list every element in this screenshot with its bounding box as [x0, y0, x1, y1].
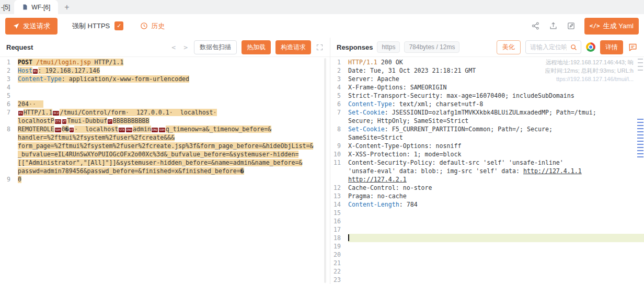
line-number: 10	[330, 150, 348, 158]
search-icon[interactable]	[570, 43, 578, 51]
toolbar-right-group: </> 生成 Yaml	[531, 18, 639, 35]
next-request-button[interactable]: >	[182, 43, 189, 51]
request-editor[interactable]: 1POST /tmui/login.jsp HTTP/1.12HostBS: 1…	[0, 57, 330, 284]
code-line[interactable]: http://127.4.2.1	[330, 175, 644, 184]
details-button[interactable]: 详情	[600, 40, 623, 54]
chrome-icon[interactable]	[586, 42, 595, 52]
response-search-input[interactable]	[529, 43, 568, 51]
code-icon: </>	[590, 22, 600, 29]
code-line[interactable]: 1HTTP/1.1 200 OK	[330, 58, 644, 66]
code-line[interactable]: 22	[330, 267, 644, 276]
code-line[interactable]: 'unsafe-eval' data: blob:; img-src 'self…	[330, 167, 644, 175]
clock-icon	[140, 22, 148, 30]
code-line[interactable]: 14Content-Length: 784	[330, 200, 644, 209]
line-number: 4	[0, 83, 18, 92]
code-line[interactable]: 2Date: Tue, 31 Oct 2023 21:18:21 GMT	[330, 66, 644, 75]
code-line[interactable]: 3Content-Type: application/x-www-form-ur…	[0, 75, 330, 83]
code-line[interactable]: 17	[330, 225, 644, 234]
code-line[interactable]: 12Cache-Control: no-store	[330, 184, 644, 192]
force-https-label: 强制 HTTPS	[72, 21, 110, 31]
minimap-blue-marks	[637, 119, 643, 157]
response-editor[interactable]: 远程地址:192.168.127.146:443; 响 应时间:12ms; 总耗…	[330, 57, 644, 284]
line-number: 15	[330, 209, 348, 217]
export-icon[interactable]	[549, 21, 558, 30]
generate-yaml-button[interactable]: </> 生成 Yaml	[584, 18, 639, 35]
code-line[interactable]: 3Server: Apache	[330, 75, 644, 83]
code-line[interactable]: 5Strict-Transport-Security: max-age=1607…	[330, 92, 644, 100]
prev-request-button[interactable]: <	[170, 43, 177, 51]
line-number: 17	[330, 225, 348, 234]
code-line[interactable]: 23	[330, 276, 644, 284]
line-number: 1	[330, 58, 348, 66]
code-line[interactable]: 2HostBS: 192.168.127.146	[0, 66, 330, 75]
main-split: Request < > 数据包扫描 热加载 构造请求 1POST /tmui/l…	[0, 38, 644, 284]
line-number: 21	[330, 259, 348, 267]
beautify-button[interactable]: 美化	[497, 40, 521, 54]
line-number: 6	[0, 100, 18, 108]
response-panel: Responses https 784bytes / 12ms 美化 详情	[330, 38, 644, 284]
code-line[interactable]: [["Administrator","[All]"]]&systemuser-h…	[0, 158, 330, 167]
send-icon	[13, 22, 20, 30]
code-line[interactable]: 8Set-Cookie: F5_CURRENT_PARTITION=Common…	[330, 125, 644, 133]
code-line[interactable]: SameSite=Strict	[330, 133, 644, 142]
code-line[interactable]: 6Content-Type: text/xml; charset=utf-8	[330, 100, 644, 108]
code-line[interactable]: 9X-Content-Type-Options: nosniff	[330, 142, 644, 150]
new-tab-button[interactable]: +	[58, 0, 75, 14]
line-number: 12	[330, 184, 348, 192]
response-title: Responses	[337, 43, 373, 51]
code-line[interactable]: 11Content-Security-Policy: default-src '…	[330, 158, 644, 167]
request-panel: Request < > 数据包扫描 热加载 构造请求 1POST /tmui/l…	[0, 38, 330, 284]
code-line[interactable]: 16	[330, 217, 644, 225]
code-line[interactable]: 7ESHTTP/1.1DC2/tmui/Control/form· 127.0.…	[0, 108, 330, 117]
packet-scan-button[interactable]: 数据包扫描	[194, 40, 237, 54]
code-line[interactable]: 4X-Frame-Options: SAMEORIGIN	[330, 83, 644, 92]
response-panel-header: Responses https 784bytes / 12ms 美化 详情	[330, 38, 644, 57]
code-line[interactable]: handler=%2ftmui%2fsystem%2fuser%2fcreate…	[0, 133, 330, 142]
code-line[interactable]: 8REMOTEROLESOH0�VT· localhostSTXENQadmin…	[0, 125, 330, 133]
code-line[interactable]: 19	[330, 242, 644, 251]
code-line[interactable]: 4	[0, 83, 330, 92]
edit-icon[interactable]	[567, 21, 576, 30]
code-line[interactable]: 90	[0, 175, 330, 184]
code-line[interactable]: 1POST /tmui/login.jsp HTTP/1.1	[0, 58, 330, 66]
tab-active[interactable]: WF-[6]	[14, 0, 58, 14]
code-line[interactable]: 7Set-Cookie: JSESSIONID=ozlafg1mTMVKXkbk…	[330, 108, 644, 117]
comment-icon[interactable]	[628, 42, 638, 52]
tab-partial[interactable]: -[5]	[0, 0, 14, 14]
code-line[interactable]: Secure; HttpOnly; SameSite=Strict	[330, 117, 644, 125]
code-line[interactable]: 15	[330, 209, 644, 217]
code-line[interactable]: 6204··	[0, 100, 330, 108]
code-line[interactable]: 10X-XSS-Protection: 1; mode=block	[330, 150, 644, 158]
line-number: 20	[330, 251, 348, 259]
history-label: 历史	[151, 21, 165, 31]
main-toolbar: 发送请求 强制 HTTPS ✓ 历史 </> 生成 Yaml	[0, 14, 644, 38]
code-line[interactable]: _bufvalue=eIL4RUnSwXYoPUIOGcOFx2o00Xc%3d…	[0, 150, 330, 158]
code-line[interactable]: 13Pragma: no-cache	[330, 192, 644, 200]
code-line[interactable]: 18	[330, 234, 644, 242]
response-header-actions: 美化 详情	[497, 40, 638, 54]
line-number: 7	[0, 108, 18, 117]
line-number: 3	[0, 75, 18, 83]
line-number: 16	[330, 217, 348, 225]
request-title: Request	[6, 43, 33, 51]
minimap[interactable]	[637, 57, 644, 284]
share-icon[interactable]	[531, 21, 540, 30]
code-line[interactable]: passwd=admin789456&passwd_before=&finish…	[0, 167, 330, 175]
hot-reload-button[interactable]: 热加载	[242, 40, 271, 54]
app-window: -[5] WF-[6] + 发送请求 强制 HTTPS ✓ 历史	[0, 0, 644, 284]
send-request-button[interactable]: 发送请求	[5, 18, 58, 35]
code-line[interactable]: form_page=%2ftmui%2fsystem%2fuser%2fcrea…	[0, 142, 330, 150]
force-https-checkbox[interactable]: ✓	[114, 21, 123, 30]
code-line[interactable]: localhostPETXVTTmui-DubbufVTBBBBBBBBBB	[0, 117, 330, 125]
construct-request-button[interactable]: 构造请求	[275, 40, 311, 54]
stats-badge: 784bytes / 12ms	[404, 41, 459, 53]
tab-bar: -[5] WF-[6] +	[0, 0, 644, 14]
code-line[interactable]: 20	[330, 251, 644, 259]
fullscreen-icon[interactable]	[316, 43, 324, 51]
history-button[interactable]: 历史	[140, 21, 165, 31]
line-number	[330, 133, 348, 142]
code-line[interactable]: 21	[330, 259, 644, 267]
code-line[interactable]: 5	[0, 92, 330, 100]
request-scrollbar[interactable]	[324, 58, 326, 283]
line-number: 19	[330, 242, 348, 251]
